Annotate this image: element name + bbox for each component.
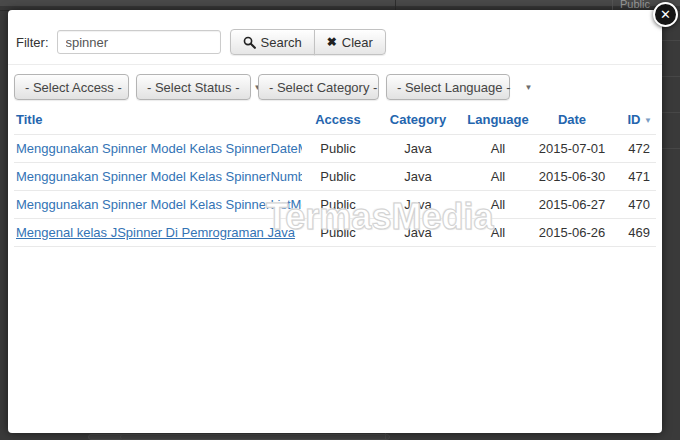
cell-id: 470 <box>610 191 656 219</box>
select-language-dropdown[interactable]: - Select Language - ▼ <box>386 74 510 100</box>
select-access-label: - Select Access - <box>25 80 122 95</box>
select-category-label: - Select Category - <box>269 80 377 95</box>
background-row-line <box>662 112 680 113</box>
select-language-label: - Select Language - <box>397 80 510 95</box>
column-header-title[interactable]: Title <box>14 107 302 135</box>
article-link[interactable]: Mengenal kelas JSpinner Di Pemrograman J… <box>16 225 295 240</box>
column-header-language[interactable]: Language <box>462 107 534 135</box>
select-status-label: - Select Status - <box>147 80 239 95</box>
cell-id: 472 <box>610 135 656 163</box>
chevron-down-icon: ▼ <box>524 83 532 92</box>
background-button-shape <box>120 434 390 440</box>
filter-actions: Search ✖ Clear <box>230 29 386 55</box>
background-row-line <box>662 76 680 77</box>
filter-input[interactable] <box>57 30 221 54</box>
column-header-access[interactable]: Access <box>302 107 374 135</box>
table-row: Menggunakan Spinner Model Kelas SpinnerL… <box>14 191 656 219</box>
table-header-row: Title Access Category Language Date ID ▼ <box>14 107 656 135</box>
column-header-date[interactable]: Date <box>534 107 610 135</box>
select-status-dropdown[interactable]: - Select Status - ▼ <box>136 74 251 100</box>
cell-id: 471 <box>610 163 656 191</box>
search-icon <box>243 36 256 49</box>
article-link[interactable]: Menggunakan Spinner Model Kelas SpinnerL… <box>16 197 302 212</box>
cell-date: 2015-06-30 <box>534 163 610 191</box>
filter-label: Filter: <box>16 35 49 50</box>
cell-language: All <box>462 219 534 247</box>
cell-language: All <box>462 191 534 219</box>
table-row: Mengenal kelas JSpinner Di Pemrograman J… <box>14 219 656 247</box>
clear-icon: ✖ <box>327 35 337 49</box>
cell-category: Java <box>374 135 462 163</box>
background-peek-text: Public <box>620 0 650 10</box>
table-row: Menggunakan Spinner Model Kelas SpinnerD… <box>14 135 656 163</box>
cell-date: 2015-07-01 <box>534 135 610 163</box>
cell-category: Java <box>374 219 462 247</box>
sort-desc-icon: ▼ <box>644 116 652 125</box>
article-select-modal: Filter: Search ✖ Clear - Select Access -… <box>8 10 662 433</box>
column-header-category[interactable]: Category <box>374 107 462 135</box>
cell-category: Java <box>374 163 462 191</box>
background-row-line <box>662 40 680 41</box>
cell-language: All <box>462 163 534 191</box>
articles-table: Title Access Category Language Date ID ▼… <box>14 107 656 247</box>
cell-access: Public <box>302 219 374 247</box>
filter-bar: Filter: Search ✖ Clear <box>8 10 662 65</box>
background-row-line <box>662 148 680 149</box>
cell-date: 2015-06-26 <box>534 219 610 247</box>
cell-id: 469 <box>610 219 656 247</box>
cell-access: Public <box>302 135 374 163</box>
article-link[interactable]: Menggunakan Spinner Model Kelas SpinnerN… <box>16 169 302 184</box>
background-divider <box>385 433 386 440</box>
cell-date: 2015-06-27 <box>534 191 610 219</box>
column-header-id-label: ID <box>627 112 640 127</box>
search-button-label: Search <box>261 35 302 50</box>
clear-button[interactable]: ✖ Clear <box>314 29 386 55</box>
table-row: Menggunakan Spinner Model Kelas SpinnerN… <box>14 163 656 191</box>
search-button[interactable]: Search <box>230 29 315 55</box>
cell-category: Java <box>374 191 462 219</box>
column-header-id[interactable]: ID ▼ <box>610 107 656 135</box>
article-link[interactable]: Menggunakan Spinner Model Kelas SpinnerD… <box>16 141 302 156</box>
filter-selects-row: - Select Access - ▼ - Select Status - ▼ … <box>8 65 662 107</box>
select-access-dropdown[interactable]: - Select Access - ▼ <box>14 74 129 100</box>
clear-button-label: Clear <box>342 35 373 50</box>
cell-access: Public <box>302 163 374 191</box>
select-category-dropdown[interactable]: - Select Category - ▼ <box>258 74 379 100</box>
cell-language: All <box>462 135 534 163</box>
cell-access: Public <box>302 191 374 219</box>
close-icon[interactable]: ✕ <box>653 2 678 27</box>
